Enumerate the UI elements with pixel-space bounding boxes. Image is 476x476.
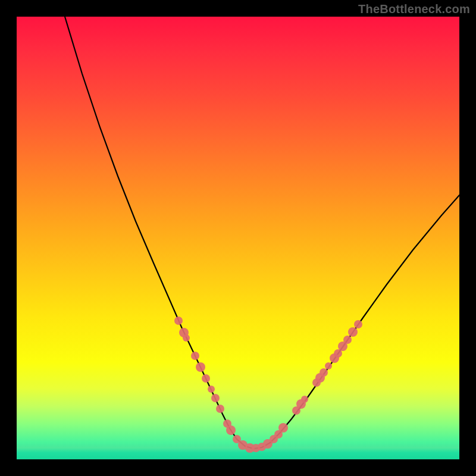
curve-marker	[301, 396, 308, 403]
curve-marker	[320, 368, 328, 377]
curve-marker	[354, 320, 362, 328]
chart-frame: TheBottleneck.com	[0, 0, 476, 476]
curve-markers	[174, 317, 362, 453]
curve-marker	[174, 317, 183, 325]
bottleneck-curve	[17, 17, 459, 459]
curve-marker	[196, 362, 205, 372]
curve-marker	[343, 336, 352, 344]
plot-area	[17, 17, 459, 459]
curve-marker	[226, 425, 236, 435]
curve-marker	[211, 394, 220, 402]
curve-marker	[325, 362, 332, 369]
curve-marker	[348, 327, 358, 337]
curve-marker	[191, 352, 199, 360]
curve-marker	[202, 374, 210, 383]
curve-marker	[278, 423, 288, 433]
watermark-text: TheBottleneck.com	[358, 2, 470, 16]
curve-path	[65, 17, 459, 449]
curve-marker	[216, 405, 224, 413]
curve-marker	[183, 334, 190, 342]
curve-marker	[208, 386, 215, 393]
